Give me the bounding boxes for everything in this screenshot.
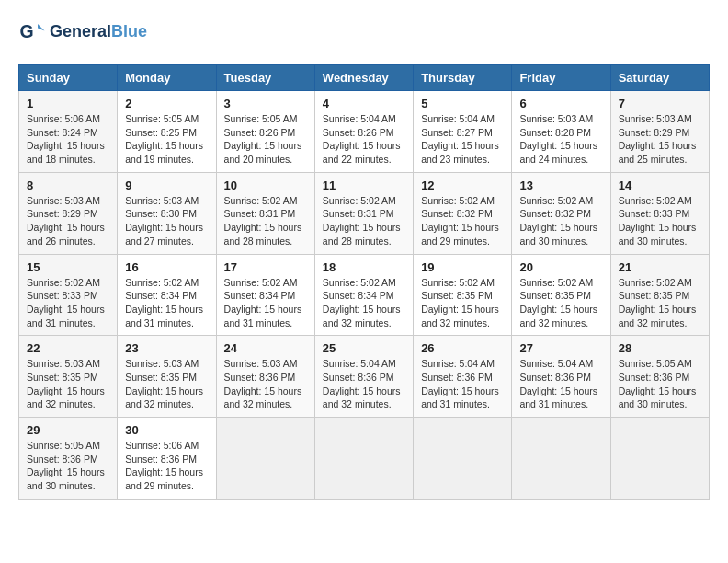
calendar-day-cell: 4Sunrise: 5:04 AMSunset: 8:26 PMDaylight…: [314, 91, 413, 173]
calendar-day-cell: 27Sunrise: 5:04 AMSunset: 8:36 PMDayligh…: [512, 336, 610, 418]
day-number: 9: [125, 178, 208, 192]
calendar-day-cell: 13Sunrise: 5:02 AMSunset: 8:32 PMDayligh…: [512, 172, 610, 254]
logo-icon: G: [18, 18, 46, 46]
calendar-day-cell: [414, 418, 512, 500]
day-number: 3: [224, 97, 307, 110]
day-number: 27: [519, 341, 602, 355]
weekday-header: Thursday: [414, 65, 512, 91]
calendar-day-cell: 7Sunrise: 5:03 AMSunset: 8:29 PMDaylight…: [610, 91, 709, 173]
day-number: 19: [421, 260, 504, 274]
day-number: 13: [519, 178, 602, 192]
calendar-day-cell: 15Sunrise: 5:02 AMSunset: 8:33 PMDayligh…: [19, 254, 118, 336]
calendar-day-cell: 8Sunrise: 5:03 AMSunset: 8:29 PMDaylight…: [19, 172, 118, 254]
day-number: 22: [27, 341, 109, 355]
day-number: 25: [323, 341, 405, 355]
day-number: 17: [224, 260, 307, 274]
calendar-day-cell: 17Sunrise: 5:02 AMSunset: 8:34 PMDayligh…: [216, 254, 314, 336]
weekday-header: Monday: [118, 65, 216, 91]
day-number: 23: [125, 341, 208, 355]
day-info: Sunrise: 5:02 AMSunset: 8:33 PMDaylight:…: [619, 194, 701, 248]
day-number: 18: [323, 260, 405, 274]
day-info: Sunrise: 5:02 AMSunset: 8:34 PMDaylight:…: [323, 276, 405, 330]
day-number: 28: [619, 341, 701, 355]
day-info: Sunrise: 5:04 AMSunset: 8:36 PMDaylight:…: [519, 357, 602, 411]
day-info: Sunrise: 5:02 AMSunset: 8:33 PMDaylight:…: [27, 276, 109, 330]
calendar-day-cell: 12Sunrise: 5:02 AMSunset: 8:32 PMDayligh…: [414, 172, 512, 254]
weekday-header: Saturday: [610, 65, 709, 91]
day-number: 4: [323, 97, 405, 110]
day-info: Sunrise: 5:03 AMSunset: 8:29 PMDaylight:…: [619, 112, 701, 167]
day-number: 15: [27, 260, 109, 274]
day-info: Sunrise: 5:04 AMSunset: 8:27 PMDaylight:…: [421, 112, 504, 167]
day-info: Sunrise: 5:02 AMSunset: 8:31 PMDaylight:…: [323, 194, 405, 248]
calendar-week-row: 15Sunrise: 5:02 AMSunset: 8:33 PMDayligh…: [19, 254, 710, 336]
day-info: Sunrise: 5:02 AMSunset: 8:35 PMDaylight:…: [519, 276, 602, 330]
day-info: Sunrise: 5:03 AMSunset: 8:35 PMDaylight:…: [27, 357, 109, 411]
logo: G GeneralBlue: [18, 18, 147, 46]
day-info: Sunrise: 5:02 AMSunset: 8:35 PMDaylight:…: [421, 276, 504, 330]
calendar-day-cell: 11Sunrise: 5:02 AMSunset: 8:31 PMDayligh…: [314, 172, 413, 254]
weekday-header: Friday: [512, 65, 610, 91]
calendar-day-cell: 2Sunrise: 5:05 AMSunset: 8:25 PMDaylight…: [118, 91, 216, 173]
logo-text: GeneralBlue: [50, 23, 147, 41]
day-number: 7: [619, 97, 701, 110]
day-info: Sunrise: 5:05 AMSunset: 8:36 PMDaylight:…: [27, 439, 109, 493]
calendar-day-cell: 9Sunrise: 5:03 AMSunset: 8:30 PMDaylight…: [118, 172, 216, 254]
calendar-day-cell: 10Sunrise: 5:02 AMSunset: 8:31 PMDayligh…: [216, 172, 314, 254]
day-info: Sunrise: 5:02 AMSunset: 8:32 PMDaylight:…: [421, 194, 504, 248]
day-number: 21: [619, 260, 701, 274]
calendar-week-row: 1Sunrise: 5:06 AMSunset: 8:24 PMDaylight…: [19, 91, 710, 173]
day-number: 29: [27, 423, 109, 437]
day-number: 24: [224, 341, 307, 355]
calendar-day-cell: [512, 418, 610, 500]
day-number: 5: [421, 97, 504, 110]
day-info: Sunrise: 5:03 AMSunset: 8:29 PMDaylight:…: [27, 194, 109, 248]
calendar-day-cell: 29Sunrise: 5:05 AMSunset: 8:36 PMDayligh…: [19, 418, 118, 500]
calendar-day-cell: 20Sunrise: 5:02 AMSunset: 8:35 PMDayligh…: [512, 254, 610, 336]
day-number: 14: [619, 178, 701, 192]
day-number: 26: [421, 341, 504, 355]
day-number: 30: [125, 423, 208, 437]
calendar-day-cell: 6Sunrise: 5:03 AMSunset: 8:28 PMDaylight…: [512, 91, 610, 173]
day-number: 6: [519, 97, 602, 110]
calendar-day-cell: 14Sunrise: 5:02 AMSunset: 8:33 PMDayligh…: [610, 172, 709, 254]
calendar-day-cell: [610, 418, 709, 500]
day-info: Sunrise: 5:06 AMSunset: 8:24 PMDaylight:…: [27, 112, 109, 167]
day-info: Sunrise: 5:02 AMSunset: 8:32 PMDaylight:…: [519, 194, 602, 248]
calendar-day-cell: 21Sunrise: 5:02 AMSunset: 8:35 PMDayligh…: [610, 254, 709, 336]
weekday-header: Sunday: [19, 65, 118, 91]
calendar-day-cell: 24Sunrise: 5:03 AMSunset: 8:36 PMDayligh…: [216, 336, 314, 418]
svg-marker-1: [38, 24, 45, 31]
calendar-week-row: 8Sunrise: 5:03 AMSunset: 8:29 PMDaylight…: [19, 172, 710, 254]
day-info: Sunrise: 5:04 AMSunset: 8:36 PMDaylight:…: [421, 357, 504, 411]
day-number: 8: [27, 178, 109, 192]
calendar-day-cell: 18Sunrise: 5:02 AMSunset: 8:34 PMDayligh…: [314, 254, 413, 336]
calendar-day-cell: 25Sunrise: 5:04 AMSunset: 8:36 PMDayligh…: [314, 336, 413, 418]
day-info: Sunrise: 5:05 AMSunset: 8:25 PMDaylight:…: [125, 112, 208, 167]
day-info: Sunrise: 5:03 AMSunset: 8:30 PMDaylight:…: [125, 194, 208, 248]
day-info: Sunrise: 5:02 AMSunset: 8:34 PMDaylight:…: [224, 276, 307, 330]
calendar-day-cell: 28Sunrise: 5:05 AMSunset: 8:36 PMDayligh…: [610, 336, 709, 418]
calendar-week-row: 29Sunrise: 5:05 AMSunset: 8:36 PMDayligh…: [19, 418, 710, 500]
day-info: Sunrise: 5:02 AMSunset: 8:34 PMDaylight:…: [125, 276, 208, 330]
calendar-day-cell: 1Sunrise: 5:06 AMSunset: 8:24 PMDaylight…: [19, 91, 118, 173]
day-number: 16: [125, 260, 208, 274]
calendar-week-row: 22Sunrise: 5:03 AMSunset: 8:35 PMDayligh…: [19, 336, 710, 418]
weekday-header-row: SundayMondayTuesdayWednesdayThursdayFrid…: [19, 65, 710, 91]
calendar-day-cell: 26Sunrise: 5:04 AMSunset: 8:36 PMDayligh…: [414, 336, 512, 418]
calendar-day-cell: 5Sunrise: 5:04 AMSunset: 8:27 PMDaylight…: [414, 91, 512, 173]
day-number: 11: [323, 178, 405, 192]
day-number: 1: [27, 97, 109, 110]
day-number: 10: [224, 178, 307, 192]
day-number: 2: [125, 97, 208, 110]
day-info: Sunrise: 5:05 AMSunset: 8:36 PMDaylight:…: [619, 357, 701, 411]
calendar-day-cell: 16Sunrise: 5:02 AMSunset: 8:34 PMDayligh…: [118, 254, 216, 336]
calendar-day-cell: [216, 418, 314, 500]
calendar-table: SundayMondayTuesdayWednesdayThursdayFrid…: [18, 64, 710, 500]
weekday-header: Wednesday: [314, 65, 413, 91]
calendar-day-cell: 23Sunrise: 5:03 AMSunset: 8:35 PMDayligh…: [118, 336, 216, 418]
day-info: Sunrise: 5:04 AMSunset: 8:36 PMDaylight:…: [323, 357, 405, 411]
day-info: Sunrise: 5:03 AMSunset: 8:28 PMDaylight:…: [519, 112, 602, 167]
day-info: Sunrise: 5:05 AMSunset: 8:26 PMDaylight:…: [224, 112, 307, 167]
day-number: 12: [421, 178, 504, 192]
